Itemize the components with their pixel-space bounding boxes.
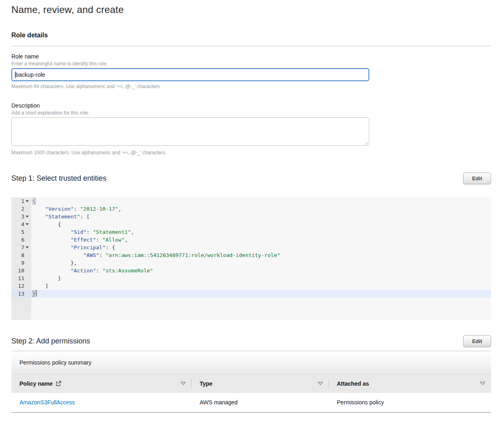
column-header-attached-as[interactable]: Attached as: [329, 374, 491, 393]
code-line[interactable]: "Sid": "Statement1",: [31, 228, 491, 236]
section-divider: [11, 46, 491, 46]
gutter-line: 1: [11, 197, 31, 205]
description-field: Description Add a short explanation for …: [11, 102, 491, 155]
page-container: Name, review, and create Role details Ro…: [11, 0, 491, 413]
line-number: 1: [21, 197, 24, 205]
gutter-line: 8: [11, 251, 31, 259]
line-number: 6: [21, 236, 24, 244]
filter-triangle-icon[interactable]: [181, 382, 186, 385]
line-number: 3: [21, 213, 24, 220]
description-constraint: Maximum 1000 characters. Use alphanumeri…: [11, 150, 491, 155]
code-line[interactable]: {: [31, 220, 491, 228]
code-line[interactable]: }: [31, 274, 491, 282]
line-number: 12: [18, 282, 24, 290]
step2-edit-button[interactable]: Edit: [463, 335, 491, 347]
table-row: AmazonS3FullAccess AWS managed Permissio…: [11, 393, 491, 412]
permissions-table: Policy name T: [11, 374, 491, 413]
permissions-table-header-row: Policy name T: [11, 374, 491, 393]
cell-type: AWS managed: [192, 393, 329, 412]
gutter-line: 7: [11, 244, 31, 251]
code-line[interactable]: "AWS": "arn:aws:iam::541263489771:role/w…: [31, 251, 491, 259]
role-name-label: Role name: [11, 53, 491, 60]
role-name-input[interactable]: [11, 68, 369, 81]
code-line[interactable]: "Version": "2012-10-17",: [31, 205, 491, 213]
gutter-line: 9: [11, 259, 31, 267]
line-number: 13: [18, 290, 24, 298]
role-name-help: Enter a meaningful name to identify this…: [11, 61, 491, 67]
step2-heading: Step 2: Add permissions: [11, 337, 90, 345]
step1-header-row: Step 1: Select trusted entities Edit: [11, 173, 491, 184]
text-cursor: [15, 71, 15, 78]
cell-policy-name: AmazonS3FullAccess: [11, 393, 192, 412]
code-line[interactable]: },: [31, 259, 491, 267]
column-header-policy-name[interactable]: Policy name: [11, 374, 192, 393]
fold-arrow-icon[interactable]: [25, 220, 29, 228]
code-line[interactable]: "Principal": {: [31, 244, 491, 251]
role-name-field: Role name Enter a meaningful name to ide…: [11, 53, 491, 89]
external-link-icon: [56, 381, 61, 386]
step2-header-row: Step 2: Add permissions Edit: [11, 335, 491, 347]
description-textarea[interactable]: [11, 117, 369, 146]
fold-arrow-icon[interactable]: [25, 244, 29, 251]
filter-triangle-icon[interactable]: [480, 382, 485, 385]
permissions-summary-title: Permissions policy summary: [19, 359, 91, 366]
gutter-line: 4: [11, 220, 31, 228]
line-number: 5: [21, 228, 24, 236]
code-line[interactable]: "Statement": [: [31, 213, 491, 220]
description-label: Description: [11, 102, 491, 109]
policy-name-link[interactable]: AmazonS3FullAccess: [19, 399, 75, 406]
column-label: Type: [200, 380, 213, 387]
role-name-constraint: Maximum 64 characters. Use alphanumeric …: [11, 84, 491, 89]
step1-edit-button[interactable]: Edit: [463, 173, 491, 184]
code-line[interactable]: "Effect": "Allow",: [31, 236, 491, 244]
code-line[interactable]: }: [31, 290, 491, 298]
gutter-line: 2: [11, 205, 31, 213]
permissions-summary-panel-header: Permissions policy summary: [11, 351, 491, 374]
gutter-line: 12: [11, 282, 31, 290]
cell-attached-as: Permissions policy: [329, 393, 491, 412]
gutter-line: 6: [11, 236, 31, 244]
column-label: Policy name: [19, 380, 53, 387]
filter-triangle-icon[interactable]: [318, 382, 323, 385]
code-line[interactable]: {: [31, 197, 491, 205]
line-number: 7: [21, 244, 24, 251]
gutter-line: 13: [11, 290, 31, 298]
policy-editor-lines: { "Version": "2012-10-17", "Statement": …: [31, 197, 491, 320]
editor-cursor: [36, 290, 37, 296]
code-line[interactable]: ]: [31, 282, 491, 290]
description-help: Add a short explanation for this role.: [11, 110, 491, 116]
gutter-line: 10: [11, 267, 31, 274]
fold-arrow-icon[interactable]: [25, 197, 29, 205]
fold-arrow-icon[interactable]: [25, 213, 29, 220]
step1-heading: Step 1: Select trusted entities: [11, 174, 106, 183]
gutter-line: 3: [11, 213, 31, 220]
column-label: Attached as: [337, 380, 369, 387]
code-line[interactable]: "Action": "sts:AssumeRole": [31, 267, 491, 274]
role-details-heading: Role details: [11, 32, 491, 39]
column-header-type[interactable]: Type: [192, 374, 329, 393]
line-number: 11: [18, 274, 24, 282]
policy-editor-gutter: 12345678910111213: [11, 197, 31, 320]
page-title: Name, review, and create: [11, 4, 491, 15]
line-number: 2: [21, 205, 24, 213]
trust-policy-editor[interactable]: 12345678910111213 { "Version": "2012-10-…: [11, 197, 491, 320]
line-number: 8: [21, 251, 24, 259]
line-number: 9: [21, 259, 24, 267]
gutter-line: 11: [11, 274, 31, 282]
line-number: 10: [18, 267, 24, 274]
gutter-line: 5: [11, 228, 31, 236]
line-number: 4: [21, 220, 24, 228]
